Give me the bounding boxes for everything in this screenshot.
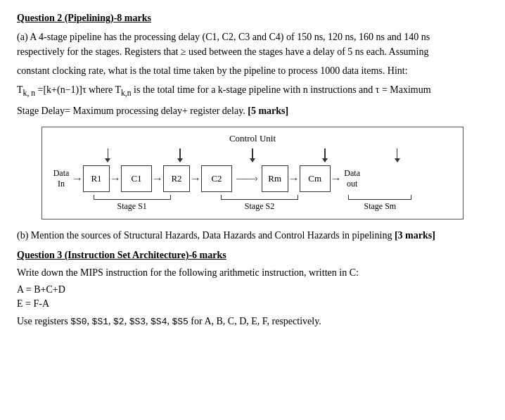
pipeline-main-row: DataIn R1 C1 R2 C2 ——› Rm Cm Dataout: [51, 165, 454, 192]
q3-eq1: A = B+C+D: [17, 284, 488, 295]
q3-eq2: E = F-A: [17, 298, 488, 310]
r2-box: R2: [163, 165, 190, 192]
arrow-down-4: [322, 148, 328, 163]
arrow-cm-out: [331, 172, 342, 185]
s2-bracket: [221, 195, 298, 200]
q2-header: Question 2 (Pipelining)-8 marks: [17, 13, 488, 24]
q2b-text: (b) Mention the sources of Structural Ha…: [17, 228, 488, 243]
q3-registers: Use registers $S0, $S1, $2, $S3, $S4, $S…: [17, 314, 488, 329]
r1-box: R1: [83, 165, 110, 192]
stage-labels-row: Stage S1 Stage S2 Stage Sm: [51, 195, 454, 212]
data-out-label: Dataout: [342, 168, 363, 190]
q3-header: Question 3 (Instruction Set Architecture…: [17, 250, 488, 261]
arrow-rm-cm: [288, 172, 300, 185]
sm-bracket: [348, 195, 411, 200]
arrow-down-3: [250, 148, 255, 163]
q2-stage-delay: Stage Delay= Maximum processing delay+ r…: [17, 103, 488, 118]
c1-box: C1: [121, 165, 152, 192]
pipeline-diagram-container: Control Unit DataIn R1 C1 R2 C2: [41, 127, 464, 219]
cm-box: Cm: [300, 165, 331, 192]
arrow-to-r1: [72, 172, 83, 185]
arrow-r1-c1: [110, 172, 121, 185]
arrow-r2-c2: [190, 172, 201, 185]
q2-para2: constant clocking rate, what is the tota…: [17, 63, 488, 78]
arrow-dashed: ——›: [232, 173, 262, 184]
arrow-downs-row: [51, 148, 454, 163]
stage-sm-label: Stage Sm: [364, 201, 396, 212]
q2-para1: (a) A 4-stage pipeline has the processin…: [17, 30, 488, 59]
pipeline-outer-border: Control Unit DataIn R1 C1 R2 C2: [41, 127, 464, 219]
rm-box: Rm: [262, 165, 288, 192]
arrow-down-5: [395, 148, 400, 163]
stage-sm-group: Stage Sm: [348, 195, 411, 212]
arrow-down-1: [105, 148, 110, 163]
arrow-c1-r2: [152, 172, 163, 185]
stage-s2-label: Stage S2: [245, 201, 274, 212]
c2-box: C2: [201, 165, 232, 192]
arrow-down-2: [177, 148, 183, 163]
stage-s2-group: Stage S2: [221, 195, 298, 212]
control-unit-label: Control Unit: [51, 133, 454, 144]
s1-bracket: [94, 195, 171, 200]
stage-s1-group: Stage S1: [94, 195, 171, 212]
stage-s1-label: Stage S1: [117, 201, 146, 212]
q3-intro: Write down the MIPS instruction for the …: [17, 265, 488, 280]
data-in-label: DataIn: [51, 168, 72, 190]
q2-formula: Tk, n =[k+(n−1)]τ where Tk,n is the tota…: [17, 82, 488, 99]
